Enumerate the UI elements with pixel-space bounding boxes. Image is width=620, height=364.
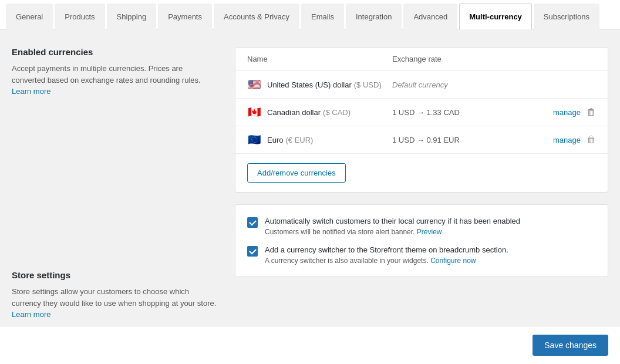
enabled-currencies-desc: Accept payments in multiple currencies. … — [12, 63, 217, 97]
checkbox-row-currency-switcher: Add a currency switcher to the Storefron… — [247, 245, 596, 265]
currency-name-eur: Euro — [267, 136, 283, 144]
currency-actions-cad: manage 🗑 — [537, 107, 596, 117]
store-settings-left-panel: Store settings Store settings allow your… — [12, 270, 217, 321]
tab-multi-currency[interactable]: Multi-currency — [459, 4, 532, 29]
currency-name-cad: Canadian dollar — [267, 108, 321, 117]
currency-switcher-configure-link[interactable]: Configure now — [430, 257, 476, 265]
save-changes-button[interactable]: Save changes — [533, 335, 608, 356]
flag-usd: 🇺🇸 — [247, 79, 261, 90]
tab-advanced[interactable]: Advanced — [403, 4, 457, 29]
table-header: Name Exchange rate — [235, 48, 608, 71]
add-remove-currencies-button[interactable]: Add/remove currencies — [247, 163, 346, 183]
tab-bar: General Products Shipping Payments Accou… — [0, 0, 620, 29]
delete-icon-eur[interactable]: 🗑 — [587, 134, 596, 145]
tab-general[interactable]: General — [6, 4, 53, 29]
tab-subscriptions[interactable]: Subscriptions — [534, 4, 599, 29]
tab-products[interactable]: Products — [55, 4, 105, 29]
left-panel-currencies: Enabled currencies Accept payments in mu… — [12, 47, 235, 289]
checkbox-auto-switch-content: Automatically switch customers to their … — [265, 217, 520, 236]
checkbox-auto-switch-label: Automatically switch customers to their … — [265, 217, 520, 225]
checkbox-currency-switcher-sublabel: A currency switcher is also available in… — [265, 257, 508, 265]
currency-code-usd: ($ USD) — [354, 80, 382, 89]
checkbox-currency-switcher[interactable] — [247, 246, 258, 257]
page-content: Enabled currencies Accept payments in mu… — [0, 29, 620, 306]
col-header-name: Name — [247, 55, 392, 63]
checkbox-row-auto-switch: Automatically switch customers to their … — [247, 217, 596, 236]
currency-row-eur: 🇪🇺 Euro (€ EUR) 1 USD → 0.91 EUR manage … — [235, 126, 608, 154]
checkbox-auto-switch-wrapper[interactable] — [247, 217, 258, 228]
currency-actions-eur: manage 🗑 — [537, 134, 596, 145]
manage-link-cad[interactable]: manage — [553, 108, 581, 117]
currency-table: Name Exchange rate 🇺🇸 United States (US)… — [235, 48, 608, 192]
tab-integration[interactable]: Integration — [346, 4, 402, 29]
currency-code-cad: ($ CAD) — [323, 108, 351, 117]
flag-eur: 🇪🇺 — [247, 134, 261, 145]
page-footer: Save changes — [0, 326, 620, 364]
col-header-rate: Exchange rate — [392, 55, 537, 63]
col-header-actions — [537, 55, 596, 63]
manage-link-eur[interactable]: manage — [553, 136, 581, 144]
tab-emails[interactable]: Emails — [301, 4, 344, 29]
store-settings-learn-more-link[interactable]: Learn more — [12, 310, 50, 319]
currency-default-label-usd: Default currency — [392, 80, 448, 89]
delete-icon-cad[interactable]: 🗑 — [587, 107, 596, 117]
auto-switch-preview-link[interactable]: Preview — [417, 228, 442, 236]
store-settings-card: Automatically switch customers to their … — [235, 204, 608, 277]
tab-accounts-privacy[interactable]: Accounts & Privacy — [214, 4, 299, 29]
flag-cad: 🇨🇦 — [247, 107, 261, 117]
enabled-currencies-title: Enabled currencies — [12, 47, 217, 57]
currency-name-usd: United States (US) dollar — [267, 80, 352, 89]
currencies-card: Name Exchange rate 🇺🇸 United States (US)… — [235, 47, 608, 193]
currency-row-usd: 🇺🇸 United States (US) dollar ($ USD) Def… — [235, 71, 608, 99]
currency-row-cad: 🇨🇦 Canadian dollar ($ CAD) 1 USD → 1.33 … — [235, 99, 608, 126]
store-settings-desc: Store settings allow your customers to c… — [12, 286, 217, 321]
checkbox-currency-switcher-label: Add a currency switcher to the Storefron… — [265, 245, 508, 254]
store-settings-title: Store settings — [12, 270, 217, 280]
right-panel: Name Exchange rate 🇺🇸 United States (US)… — [235, 47, 608, 289]
currency-code-eur: (€ EUR) — [285, 136, 313, 144]
checkbox-currency-switcher-wrapper[interactable] — [247, 246, 258, 257]
checkbox-auto-switch-sublabel: Customers will be notified via store ale… — [265, 228, 520, 236]
add-currencies-section: Add/remove currencies — [235, 154, 608, 192]
currency-rate-eur: 1 USD → 0.91 EUR — [392, 136, 460, 144]
currency-rate-cad: 1 USD → 1.33 CAD — [392, 108, 460, 117]
tab-shipping[interactable]: Shipping — [107, 4, 157, 29]
enabled-currencies-learn-more-link[interactable]: Learn more — [12, 87, 50, 96]
checkbox-currency-switcher-content: Add a currency switcher to the Storefron… — [265, 245, 508, 265]
checkbox-auto-switch[interactable] — [247, 217, 258, 228]
tab-payments[interactable]: Payments — [158, 4, 212, 29]
